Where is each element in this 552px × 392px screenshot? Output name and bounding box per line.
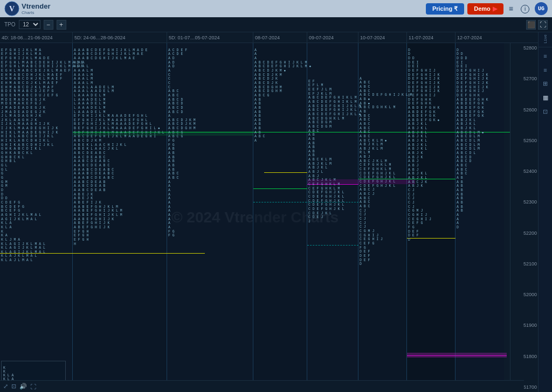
date-2: 5D: 24-06…28-06-2024	[73, 32, 167, 43]
date-6: 10-07-2024	[358, 32, 407, 43]
price-52600: 52600	[512, 107, 537, 113]
price-52800: 52800	[512, 45, 537, 51]
heatmap-icon: ▦	[543, 94, 548, 101]
info-icon: i	[521, 5, 529, 13]
live-label: Live	[543, 34, 548, 44]
grid-icon: ⊞	[543, 80, 548, 87]
save-button[interactable]: ⬛	[526, 20, 536, 30]
box-icon: ⊡	[543, 108, 548, 115]
list-icon: ≡	[543, 67, 547, 73]
grid-button[interactable]: ⊡	[11, 383, 16, 390]
interval-select[interactable]: 12 6 30	[19, 20, 40, 29]
price-52500: 52500	[512, 138, 537, 143]
tpo-segment-8: D D D D D D E I D E I D E F G H I J D E …	[457, 44, 488, 230]
rt-grid-btn[interactable]: ⊞	[540, 79, 551, 89]
date-header: 4D: 18-06…21-06-2024 5D: 24-06…28-06-202…	[0, 32, 510, 43]
menu-icon-btn[interactable]: ≡	[507, 3, 515, 14]
svg-text:V: V	[9, 5, 15, 13]
lines-icon: ≡	[543, 53, 547, 59]
date-8: 12-07-2024	[456, 32, 510, 43]
tpo-label: TPO	[4, 22, 16, 27]
camera-icon: ⛶	[540, 21, 546, 29]
price-52300: 52300	[512, 199, 537, 205]
date-1: 4D: 18-06…21-06-2024	[0, 32, 73, 43]
logo-area: V Vtrender Charts	[4, 1, 50, 16]
info-icon-btn[interactable]: i	[519, 3, 532, 15]
header-bar: V Vtrender Charts Pricing ₹ Demo ▶ ≡ i U…	[0, 0, 552, 17]
tpo-segment-6: A A B C A B C A B C A B C D E F G H I J …	[360, 73, 412, 267]
tpo-segment-7: D D D D D E I D E I D E F G H I J D E F …	[408, 44, 440, 242]
price-51800: 51800	[512, 354, 537, 359]
price-axis: 52800 52700 52600 52500 52400 52300 5220…	[510, 43, 538, 392]
tpo-segment-5: E F E F L M E E F J L M E F J K L M A B …	[308, 75, 361, 224]
date-3: 5D: 01-07…05-07-2024	[167, 32, 253, 43]
menu-icon: ≡	[509, 4, 513, 13]
price-52700: 52700	[512, 76, 537, 81]
pricing-button[interactable]: Pricing ₹	[426, 3, 464, 15]
tpo-canvas[interactable]: © 2024 Vtrender Charts	[0, 43, 510, 392]
price-51900: 51900	[512, 323, 537, 328]
youtube-icon: ▶	[493, 5, 497, 12]
price-52100: 52100	[512, 261, 537, 267]
date-4: 08-07-2024	[253, 32, 307, 43]
tpo-segment-4: A A A A B C D E F G H I J K L M A B C D …	[254, 44, 311, 143]
save-icon: ⬛	[527, 21, 535, 29]
demo-button[interactable]: Demo ▶	[467, 3, 503, 15]
right-toolbar: Live ≡ ≡ ⊞ ▦ ⊡	[538, 32, 552, 392]
logo-icon: V	[4, 1, 19, 16]
fullscreen-button[interactable]: ⛶	[30, 383, 36, 390]
tpo-segment-3: A C D E F A C D E A D A D A D A C C C C …	[168, 44, 196, 238]
chart-area[interactable]: © 2024 Vtrender Charts	[0, 32, 538, 392]
rt-lines-btn[interactable]: ≡	[540, 51, 551, 61]
sound-button[interactable]: 🔊	[19, 383, 27, 390]
expand-button[interactable]: ⤢	[3, 383, 8, 390]
header-right: Pricing ₹ Demo ▶ ≡ i UG	[426, 2, 548, 15]
plus-button[interactable]: +	[57, 20, 66, 30]
bottom-bar: ⤢ ⊡ 🔊 ⛶	[0, 380, 524, 392]
price-52400: 52400	[512, 169, 537, 174]
price-52200: 52200	[512, 230, 537, 236]
tpo-segment-2: A A A B C D E F G H I J K L M A D E A A …	[74, 44, 164, 246]
logo-sub: Charts	[22, 11, 50, 15]
chart-content: © 2024 Vtrender Charts	[0, 43, 538, 392]
user-badge[interactable]: UG	[535, 2, 548, 15]
date-7: 11-07-2024	[407, 32, 456, 43]
minus-button[interactable]: −	[44, 20, 53, 30]
logo-text: Vtrender	[22, 2, 50, 11]
rt-list-btn[interactable]: ≡	[540, 65, 551, 75]
price-52000: 52000	[512, 292, 537, 297]
date-5: 09-07-2024	[307, 32, 358, 43]
rt-box-btn[interactable]: ⊡	[540, 107, 551, 117]
tpo-segment-1: E F G H I J K L M A E F G H I J K L M A …	[1, 44, 83, 263]
screenshot-button[interactable]: ⛶	[538, 20, 548, 30]
main-area: © 2024 Vtrender Charts	[0, 32, 552, 392]
toolbar-right: ⬛ ⛶	[526, 20, 548, 30]
rt-heatmap-btn[interactable]: ▦	[540, 93, 551, 103]
toolbar: TPO 12 6 30 − + ⬛ ⛶	[0, 17, 552, 32]
